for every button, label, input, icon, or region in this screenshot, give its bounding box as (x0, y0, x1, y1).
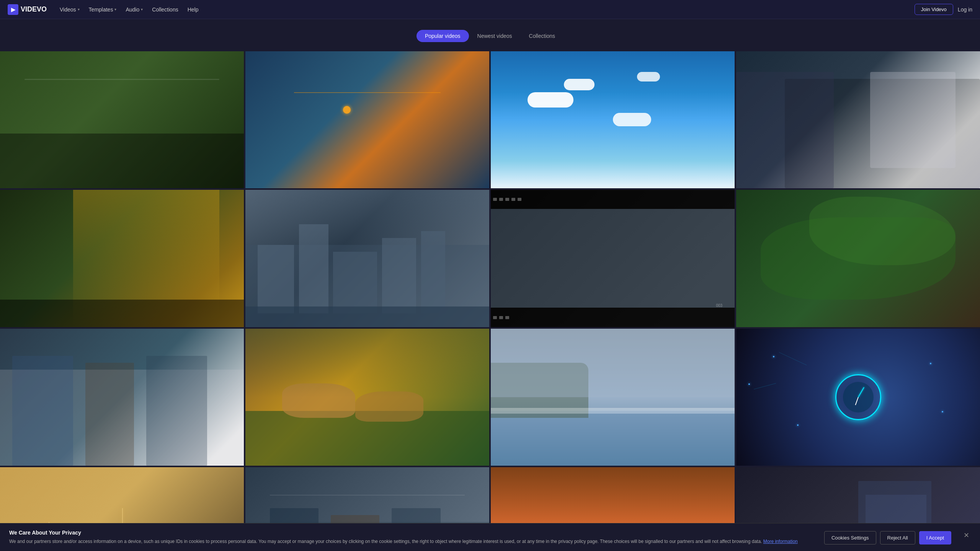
video-thumb[interactable] (491, 51, 735, 188)
accept-all-button[interactable]: I Accept (919, 531, 951, 544)
tab-collections[interactable]: Collections (521, 30, 564, 42)
chevron-down-icon: ▾ (114, 7, 116, 11)
nav-help[interactable]: Help (184, 4, 203, 15)
video-thumb[interactable] (736, 190, 980, 327)
nav-right: Join Videvo Log in (915, 4, 972, 15)
tab-newest-videos[interactable]: Newest videos (469, 30, 521, 42)
tab-popular-videos[interactable]: Popular videos (416, 30, 469, 42)
nav-videos[interactable]: Videos ▾ (56, 4, 83, 15)
logo[interactable]: ▶ VIDEVO (8, 4, 47, 15)
chevron-down-icon: ▾ (78, 7, 80, 11)
nav-templates[interactable]: Templates ▾ (85, 4, 121, 15)
tabs-row: Popular videos Newest videos Collections (0, 27, 980, 45)
join-button[interactable]: Join Videvo (915, 4, 953, 15)
logo-icon: ▶ (8, 4, 18, 15)
main-content: Popular videos Newest videos Collections (0, 19, 980, 551)
video-thumb[interactable] (245, 329, 489, 466)
video-thumb[interactable] (491, 329, 735, 466)
cookie-title: We Care About Your Privacy (9, 530, 817, 536)
cookies-settings-button[interactable]: Cookies Settings (824, 531, 876, 544)
reject-all-button[interactable]: Reject All (880, 531, 915, 544)
cookie-actions: Cookies Settings Reject All I Accept (824, 531, 951, 544)
video-grid: 003 (0, 51, 980, 551)
nav-links: Videos ▾ Templates ▾ Audio ▾ Collections… (56, 4, 905, 15)
video-thumb[interactable] (245, 51, 489, 188)
close-cookie-banner-button[interactable]: ✕ (962, 530, 971, 541)
logo-text: VIDEVO (21, 5, 47, 13)
video-thumb[interactable] (245, 190, 489, 327)
video-thumb[interactable] (0, 51, 244, 188)
nav-collections[interactable]: Collections (148, 4, 182, 15)
video-thumb[interactable] (736, 51, 980, 188)
cookie-text-area: We Care About Your Privacy We and our pa… (9, 530, 817, 545)
nav-audio[interactable]: Audio ▾ (122, 4, 147, 15)
video-thumb[interactable] (0, 329, 244, 466)
navbar: ▶ VIDEVO Videos ▾ Templates ▾ Audio ▾ Co… (0, 0, 980, 19)
video-thumb[interactable] (736, 329, 980, 466)
cookie-more-info-link[interactable]: More information (763, 539, 798, 544)
chevron-down-icon: ▾ (141, 7, 143, 11)
cookie-body: We and our partners store and/or access … (9, 538, 817, 545)
video-thumb[interactable]: 003 (491, 190, 735, 327)
login-button[interactable]: Log in (958, 7, 972, 13)
cookie-banner: We Care About Your Privacy We and our pa… (0, 523, 980, 551)
video-thumb[interactable] (0, 190, 244, 327)
